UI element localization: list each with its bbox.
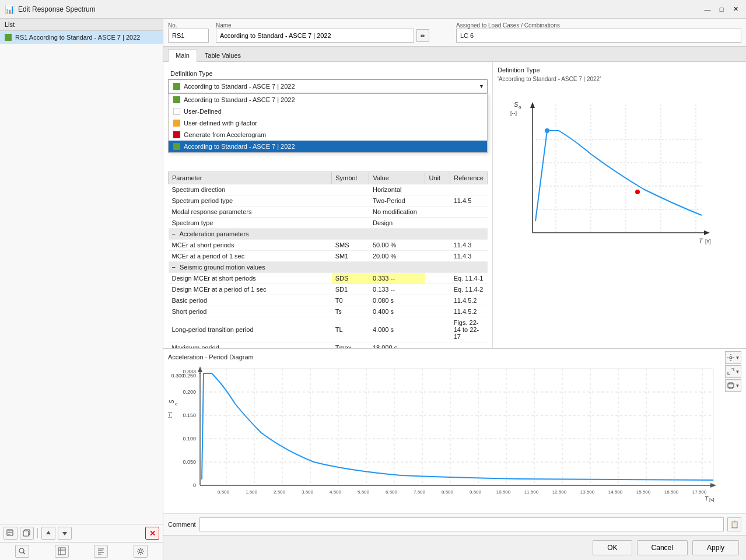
sidebar-copy-btn[interactable]: [20, 527, 34, 540]
cell-val-0-3: Design: [369, 218, 425, 229]
cell-param-1-1: MCEr at a period of 1 sec: [169, 251, 332, 262]
svg-rect-2: [23, 531, 29, 536]
chart-tb-arrow-1: ▼: [736, 355, 740, 360]
svg-text:6.500: 6.500: [386, 489, 398, 495]
toolbar-sep: [37, 528, 38, 538]
apply-button[interactable]: Apply: [692, 540, 739, 555]
cell-val-0-2: No modification: [369, 206, 425, 218]
close-button[interactable]: ✕: [730, 4, 741, 15]
ok-button[interactable]: OK: [593, 540, 632, 555]
svg-text:a: a: [174, 403, 178, 405]
cell-val-0-0: Horizontal: [369, 184, 425, 195]
svg-text:4.500: 4.500: [330, 489, 342, 495]
sidebar-icon-btn4[interactable]: [134, 545, 148, 558]
svg-text:11.500: 11.500: [524, 489, 539, 495]
footer: OK Cancel Apply: [163, 535, 746, 560]
maximize-button[interactable]: □: [716, 4, 727, 15]
big-chart-container: Acceleration - Period Diagram ▼ ▼: [163, 349, 746, 514]
cell-sym-2-2: T0: [332, 295, 369, 306]
cell-unit-0-1: [425, 195, 450, 206]
comment-input[interactable]: [199, 517, 724, 531]
no-label: No.: [168, 22, 209, 29]
col-header-sym: Symbol: [332, 172, 369, 184]
chart-tb-print[interactable]: ▼: [725, 379, 741, 392]
cell-param-0-3: Spectrum type: [169, 218, 332, 229]
move-up-icon: [44, 529, 52, 537]
tab-bar: Main Table Values: [163, 47, 746, 62]
mini-diagram-title: Definition Type: [498, 66, 741, 74]
tab-main[interactable]: Main: [168, 49, 197, 62]
col-header-val: Value: [369, 172, 425, 184]
svg-point-20: [635, 190, 640, 194]
bottom-area: Acceleration - Period Diagram ▼ ▼: [163, 348, 746, 535]
sidebar-bottom-toolbar: [0, 542, 163, 560]
copy-icon: [23, 529, 31, 537]
minimize-button[interactable]: —: [702, 4, 713, 15]
sidebar-item-label: RS1 According to Standard - ASCE 7 | 202…: [15, 34, 140, 41]
tab-table-values[interactable]: Table Values: [197, 49, 248, 61]
svg-point-5: [139, 550, 142, 553]
chart-tb-zoom[interactable]: ▼: [725, 365, 741, 378]
cell-ref-2-5: [450, 342, 488, 349]
table-row: MCEr at short periods SMS 50.00 % 11.4.3: [169, 240, 488, 251]
name-input[interactable]: [216, 29, 414, 43]
option-color-5: [173, 143, 180, 150]
col-header-ref: Reference: [450, 172, 488, 184]
name-edit-button[interactable]: ✏: [416, 29, 429, 42]
option-according-std[interactable]: According to Standard - ASCE 7 | 2022: [169, 94, 487, 106]
table-row: Spectrum direction Horizontal: [169, 184, 488, 195]
option-user-defined-g[interactable]: User-defined with g-factor: [169, 117, 487, 129]
sidebar-move-down-btn[interactable]: [58, 527, 72, 540]
option-color-1: [173, 96, 180, 103]
svg-point-19: [545, 128, 549, 133]
sidebar-toolbar: ✕: [0, 524, 163, 542]
cell-unit-1-0: [425, 240, 450, 251]
big-chart-title: Acceleration - Period Diagram: [168, 354, 741, 360]
cell-unit-1-1: [425, 251, 450, 262]
svg-text:[--]: [--]: [168, 412, 172, 418]
svg-text:T: T: [705, 496, 709, 502]
cell-param-0-1: Spectrum period type: [169, 195, 332, 206]
chart-zoom-icon: [727, 368, 735, 376]
cell-param-2-0: Design MCEr at short periods: [169, 273, 332, 284]
def-type-select[interactable]: According to Standard - ASCE 7 | 2022: [168, 79, 488, 93]
option-user-defined[interactable]: User-Defined: [169, 106, 487, 117]
svg-point-3: [19, 548, 24, 553]
cancel-button[interactable]: Cancel: [637, 540, 688, 555]
cell-ref-1-1: 11.4.3: [450, 251, 488, 262]
section-header-row-accel[interactable]: − Acceleration parameters: [169, 229, 488, 240]
sidebar-item-rs1[interactable]: RS1 According to Standard - ASCE 7 | 202…: [0, 31, 163, 44]
sidebar-delete-btn[interactable]: ✕: [145, 527, 159, 540]
svg-text:2.500: 2.500: [274, 489, 286, 495]
sidebar-move-up-btn[interactable]: [41, 527, 55, 540]
cell-ref-2-2: 11.4.5.2: [450, 295, 488, 306]
svg-text:S: S: [169, 400, 175, 404]
option-color-4: [173, 131, 180, 138]
cell-sym-0-1: [332, 195, 369, 206]
cell-unit-0-0: [425, 184, 450, 195]
no-input[interactable]: [168, 29, 209, 43]
sidebar-add-btn[interactable]: [3, 527, 17, 540]
svg-marker-9: [704, 230, 710, 235]
comment-btn[interactable]: 📋: [727, 517, 741, 531]
svg-marker-8: [530, 102, 535, 108]
option-label-4: Generate from Accelerogram: [184, 131, 266, 138]
svg-text:0.200: 0.200: [183, 389, 196, 395]
svg-text:S: S: [514, 101, 519, 108]
col-header-param: Parameter: [169, 172, 332, 184]
svg-text:16.500: 16.500: [664, 489, 679, 495]
delete-icon: ✕: [149, 529, 156, 538]
chart-tb-settings[interactable]: ▼: [725, 351, 741, 364]
option-according-std-2[interactable]: According to Standard - ASCE 7 | 2022: [169, 141, 487, 152]
svg-rect-27: [728, 384, 734, 387]
svg-text:9.500: 9.500: [470, 489, 482, 495]
svg-text:13.500: 13.500: [580, 489, 595, 495]
section-header-row-seismic[interactable]: − Seismic ground motion values: [169, 262, 488, 273]
sidebar-icon-btn1[interactable]: [15, 545, 29, 558]
right-panel: No. Name ✏ Assigned to Load Cases / Comb…: [163, 19, 746, 560]
option-generate-accel[interactable]: Generate from Accelerogram: [169, 129, 487, 141]
sidebar-icon-btn3[interactable]: [94, 545, 108, 558]
table-row: Design MCEr at a period of 1 sec SD1 0.1…: [169, 284, 488, 295]
sidebar-icon-btn2[interactable]: [55, 545, 69, 558]
svg-text:0: 0: [193, 482, 196, 488]
